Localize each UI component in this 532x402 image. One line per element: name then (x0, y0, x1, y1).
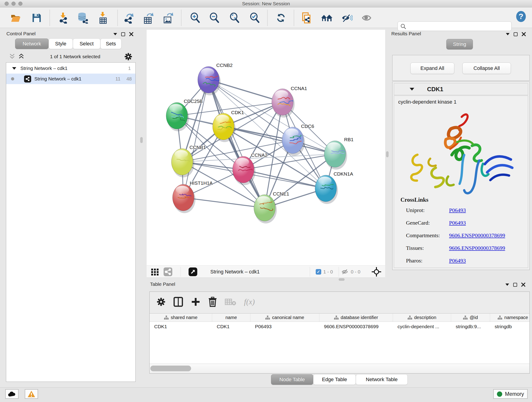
column-header-name[interactable]: name (212, 313, 250, 322)
table-panel-title: Table Panel (150, 281, 175, 287)
close-panel-icon[interactable] (129, 32, 133, 36)
table-cell[interactable]: stringdb:9... (451, 322, 490, 332)
zoom-fit-button[interactable] (229, 12, 241, 24)
float-panel-icon[interactable] (513, 283, 517, 287)
float-panel-icon[interactable] (514, 32, 518, 36)
warnings-button[interactable] (25, 389, 38, 399)
network-canvas[interactable]: CCNB2CCNA1CDC25BCDK1CDC6RB1CCNB1CCNA2CDK… (147, 30, 385, 265)
protein-section-header[interactable]: CDK1 (394, 83, 528, 95)
network-row[interactable]: String Network – cdk1 11 48 (6, 74, 135, 84)
panel-menu-icon[interactable] (114, 33, 117, 35)
expand-all-icon[interactable] (18, 53, 26, 60)
table-cell[interactable]: CDK1 (212, 322, 250, 332)
tab-style[interactable]: Style (49, 38, 73, 49)
tab-select[interactable]: Select (73, 38, 100, 49)
tab-sets[interactable]: Sets (100, 38, 121, 49)
network-collection-row[interactable]: String Network – cdk1 1 (6, 63, 135, 74)
crosslink-link[interactable]: 9606.ENSP00000378699 (449, 245, 505, 251)
network-node-CDK1[interactable]: CDK1 (213, 110, 244, 142)
table-cell[interactable]: CDK1 (150, 322, 212, 332)
delete-column-trash-icon[interactable] (208, 297, 217, 307)
network-node-CDC6[interactable]: CDC6 (282, 123, 314, 156)
export-network-button[interactable] (123, 12, 135, 24)
apply-layout-button[interactable] (275, 12, 287, 24)
column-header--id[interactable]: @id (451, 313, 490, 322)
tab-network-table[interactable]: Network Table (356, 374, 408, 385)
crosslink-link[interactable]: 9606.ENSP00000378699 (449, 232, 505, 239)
crosslink-link[interactable]: P06493 (449, 207, 466, 213)
show-all-button[interactable] (361, 12, 373, 24)
help-button[interactable]: ? (515, 10, 527, 23)
function-builder-icon[interactable]: f(x) (244, 298, 255, 306)
save-session-button[interactable] (31, 12, 43, 24)
memory-button[interactable]: Memory (493, 389, 528, 399)
left-splitter-handle[interactable] (140, 137, 143, 143)
copy-network-button[interactable] (301, 12, 312, 24)
network-node-CDKN1A[interactable]: CDKN1A (315, 171, 353, 204)
zoom-selected-button[interactable] (249, 12, 261, 24)
bottom-splitter-handle[interactable] (339, 278, 345, 281)
network-node-CCNB2[interactable]: CCNB2 (198, 63, 233, 95)
right-splitter-handle[interactable] (386, 151, 389, 157)
import-network-database-button[interactable] (77, 12, 89, 24)
panel-menu-icon[interactable] (505, 283, 509, 286)
cloud-service-button[interactable] (5, 389, 19, 399)
table-cell[interactable]: 9606.ENSP00000378699 (319, 322, 393, 332)
column-header-database-identifier[interactable]: database identifier (319, 313, 393, 322)
float-panel-icon[interactable] (121, 32, 125, 36)
collection-expand-icon[interactable] (12, 67, 16, 70)
network-options-gear-icon[interactable] (124, 52, 133, 61)
table-cell[interactable]: stringdb (490, 322, 530, 332)
search-input[interactable] (408, 22, 509, 30)
protein-description: cyclin-dependent kinase 1 (398, 99, 456, 105)
delete-table-icon[interactable] (225, 298, 236, 306)
crosslink-link[interactable]: P06493 (449, 220, 466, 226)
tab-node-table[interactable]: Node Table (271, 374, 313, 385)
table-options-gear-icon[interactable] (157, 297, 166, 306)
export-table-button[interactable] (143, 12, 154, 24)
show-columns-icon[interactable] (173, 297, 183, 307)
network-node-HIST1H1A[interactable]: HIST1H1A (172, 180, 213, 213)
import-table-file-button[interactable] (97, 12, 109, 24)
table-horizontal-scrollbar[interactable] (150, 364, 530, 373)
collapse-all-icon[interactable] (9, 53, 17, 60)
import-network-file-button[interactable] (57, 12, 69, 24)
protein-name: CDK1 (427, 86, 443, 93)
shared-column-icon (463, 316, 468, 320)
tab-edge-table[interactable]: Edge Table (313, 374, 356, 385)
collapse-section-icon[interactable] (410, 88, 414, 90)
hide-selection-button[interactable] (341, 12, 353, 24)
network-node-RB1[interactable]: RB1 (324, 137, 354, 170)
tab-string[interactable]: String (446, 39, 473, 50)
expand-all-button[interactable]: Expand All (410, 63, 454, 74)
table-cell[interactable]: P06493 (250, 322, 319, 332)
collapse-all-button[interactable]: Collapse All (462, 63, 511, 74)
crosslink-link[interactable]: P06493 (449, 258, 466, 264)
export-image-button[interactable] (162, 12, 174, 24)
add-column-icon[interactable] (191, 297, 201, 307)
network-edge[interactable] (183, 198, 265, 208)
zoom-out-button[interactable] (209, 12, 220, 24)
zoom-in-button[interactable] (189, 12, 201, 24)
scrollbar-thumb[interactable] (150, 366, 191, 371)
column-header-shared-name[interactable]: shared name (150, 313, 212, 322)
network-mode-button[interactable] (164, 268, 172, 276)
column-header-canonical-name[interactable]: canonical name (250, 313, 319, 322)
tab-network[interactable]: Network (15, 38, 49, 49)
panel-menu-icon[interactable] (506, 33, 510, 35)
open-session-button[interactable] (10, 12, 22, 24)
network-edge[interactable] (243, 170, 326, 188)
column-header-description[interactable]: description (393, 313, 451, 322)
table-cell[interactable]: cyclin-dependent ... (393, 322, 451, 332)
table-row[interactable]: CDK1CDK1P064939606.ENSP00000378699cyclin… (150, 322, 530, 332)
column-header-namespace[interactable]: namespace (490, 313, 530, 322)
grid-mode-button[interactable] (151, 268, 159, 276)
network-node-CCNA1[interactable]: CCNA1 (272, 86, 307, 118)
close-panel-icon[interactable] (522, 32, 526, 36)
selected-checkbox-icon[interactable]: ✓ (316, 269, 321, 274)
close-panel-icon[interactable] (521, 283, 525, 287)
first-neighbors-button[interactable] (321, 12, 333, 24)
birdseye-toggle-button[interactable] (372, 268, 381, 276)
open-in-window-button[interactable] (188, 268, 197, 276)
network-edge[interactable] (209, 80, 265, 208)
